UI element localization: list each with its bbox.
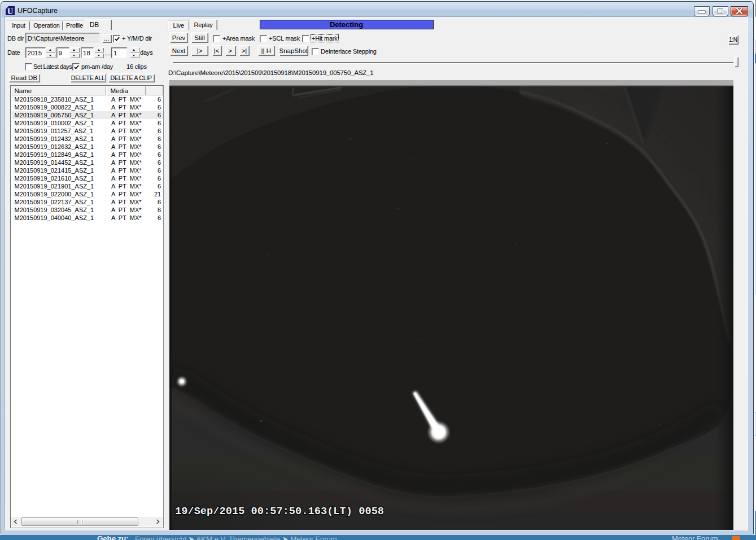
svg-text:19/Sep/2015 00:57:50.163(LT) 0: 19/Sep/2015 00:57:50.163(LT) 0058	[175, 505, 384, 517]
